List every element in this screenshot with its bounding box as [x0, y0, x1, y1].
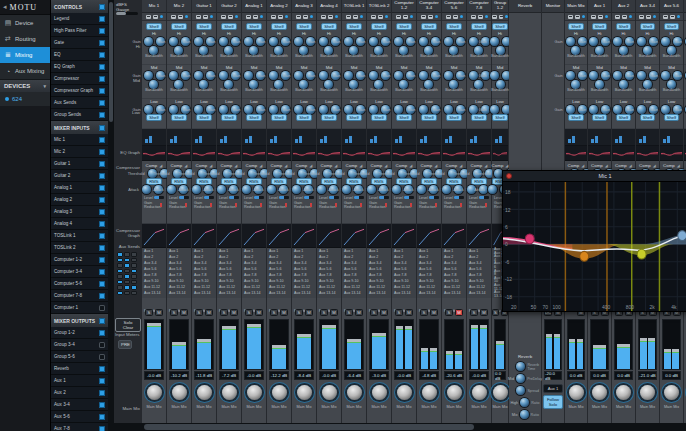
pan-knob[interactable]: [297, 385, 312, 400]
expand-icon[interactable]: ◢: [484, 163, 487, 168]
gain-knob[interactable]: [613, 71, 622, 80]
comp-mode-button[interactable]: RMS: [221, 178, 236, 185]
fader[interactable]: [467, 318, 491, 371]
nav-item-device[interactable]: ▤Device: [0, 15, 50, 31]
aux-send-enable[interactable]: [124, 263, 130, 268]
gain-knob[interactable]: [369, 37, 378, 46]
comp-level-slider[interactable]: [454, 196, 464, 199]
aux-send-slider[interactable]: Aux 9-10: [244, 280, 264, 284]
aux-send-slider[interactable]: Aux 5-6: [319, 268, 339, 272]
high-ratio-knob[interactable]: [520, 398, 529, 407]
aux-send-enable[interactable]: [131, 269, 137, 274]
aux-send-slider[interactable]: Aux 7-8: [419, 274, 439, 278]
low-shelf-button[interactable]: Shelf: [271, 114, 287, 121]
eq-graph-thumbnail[interactable]: [492, 146, 508, 161]
gate-icon[interactable]: [303, 15, 308, 19]
gain-knob[interactable]: [613, 105, 622, 114]
pan-knob[interactable]: [569, 385, 584, 400]
pan-knob[interactable]: [592, 385, 607, 400]
pan-knob[interactable]: [472, 385, 487, 400]
fader[interactable]: [588, 318, 611, 371]
channel-name[interactable]: TOSLink 1: [342, 0, 366, 13]
attack-knob[interactable]: [167, 185, 176, 194]
aux-send-slider[interactable]: Aux 2: [344, 256, 364, 260]
attack-knob[interactable]: [267, 185, 276, 194]
eq-graph-thumbnail[interactable]: [467, 146, 491, 161]
aux-send-slider[interactable]: Aux 9-10: [294, 280, 314, 284]
hi-shelf-button[interactable]: Shelf: [568, 23, 584, 30]
gain-knob[interactable]: [319, 105, 328, 114]
gain-knob[interactable]: [637, 37, 646, 46]
aux-send-slider[interactable]: Aux 2: [419, 256, 439, 260]
hi-shelf-button[interactable]: Shelf: [146, 23, 162, 30]
reverb-send-slider[interactable]: Reverb: [392, 298, 416, 307]
aux-send-slider[interactable]: Aux 5-6: [294, 268, 314, 272]
expand-icon[interactable]: ◢: [459, 163, 462, 168]
gain-knob[interactable]: [369, 71, 378, 80]
low-shelf-button[interactable]: Shelf: [616, 114, 632, 121]
fader[interactable]: [367, 318, 391, 371]
fader[interactable]: [542, 318, 564, 371]
enable-toggle[interactable]: [99, 402, 105, 408]
pan-knob[interactable]: [222, 385, 237, 400]
aux-send-slider[interactable]: Aux 5-6: [219, 268, 239, 272]
aux-send-enable[interactable]: [124, 258, 130, 263]
solo-button[interactable]: S: [220, 309, 228, 316]
hpf-icon[interactable]: [371, 15, 376, 19]
fader[interactable]: [392, 318, 416, 371]
mute-button[interactable]: M: [455, 309, 463, 316]
fader[interactable]: [142, 318, 166, 371]
device-item[interactable]: 624: [0, 92, 50, 106]
gain-knob[interactable]: [419, 71, 428, 80]
aux-send-slider[interactable]: Aux 3-4: [369, 262, 389, 266]
aux-send-enable[interactable]: [131, 285, 137, 290]
fader[interactable]: [317, 318, 341, 371]
enable-toggle[interactable]: [99, 269, 105, 275]
gain-knob[interactable]: [344, 37, 353, 46]
low-shelf-button[interactable]: Shelf: [640, 114, 656, 121]
enable-toggle[interactable]: [99, 28, 105, 34]
enable-toggle[interactable]: [99, 366, 105, 372]
aux-send-slider[interactable]: Aux 5-6: [144, 268, 164, 272]
pan-knob[interactable]: [347, 385, 362, 400]
expand-icon[interactable]: ◢: [309, 163, 312, 168]
hi-shelf-button[interactable]: Shelf: [421, 23, 437, 30]
aux-send-slider[interactable]: Aux 9-10: [419, 280, 439, 284]
comp-mode-button[interactable]: RMS: [146, 178, 161, 185]
aux-send-slider[interactable]: Aux 13-14: [344, 292, 364, 296]
gain-knob[interactable]: [637, 105, 646, 114]
aux-send-enable[interactable]: [117, 274, 123, 279]
pan-knob[interactable]: [616, 385, 631, 400]
eq-graph-thumbnail[interactable]: [636, 146, 659, 161]
gain-knob[interactable]: [269, 105, 278, 114]
expand-icon[interactable]: ◢: [434, 163, 437, 168]
list-item[interactable]: Aux 2: [51, 387, 108, 399]
low-shelf-button[interactable]: Shelf: [296, 114, 312, 121]
reverb-send-slider[interactable]: Reverb: [417, 298, 441, 307]
gain-knob[interactable]: [319, 71, 328, 80]
eq-graph-thumbnail[interactable]: [612, 146, 635, 161]
gain-knob[interactable]: [219, 105, 228, 114]
pan-knob[interactable]: [372, 385, 387, 400]
expand-icon[interactable]: ◢: [505, 163, 508, 168]
enable-toggle[interactable]: [99, 426, 105, 431]
solo-button[interactable]: S: [170, 309, 178, 316]
aux-send-slider[interactable]: Aux 11-12: [469, 286, 489, 290]
hpf-icon[interactable]: [421, 15, 426, 19]
aux-send-slider[interactable]: Aux 11-12: [419, 286, 439, 290]
compressor-graph-thumbnail[interactable]: [467, 224, 491, 248]
aux-send-enable[interactable]: [117, 291, 123, 296]
pan-knob[interactable]: [397, 385, 412, 400]
list-item[interactable]: Computer 1: [51, 302, 108, 314]
hpf-icon[interactable]: [271, 15, 276, 19]
reverb-send-slider[interactable]: Reverb: [342, 298, 366, 307]
aux-send-slider[interactable]: Aux 11-12: [244, 286, 264, 290]
aux-send-enable[interactable]: [117, 285, 123, 290]
hpf-icon[interactable]: [663, 15, 668, 19]
gain-knob[interactable]: [219, 71, 228, 80]
fader[interactable]: [217, 318, 241, 371]
fader[interactable]: [636, 318, 659, 371]
aux-send-slider[interactable]: Aux 13-14: [319, 292, 339, 296]
hpf-icon[interactable]: [568, 15, 573, 19]
comp-mode-button[interactable]: RMS: [271, 178, 286, 185]
